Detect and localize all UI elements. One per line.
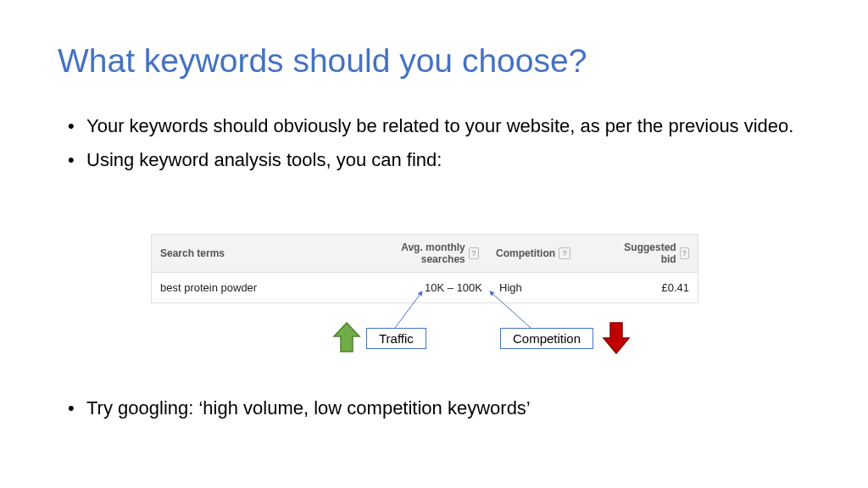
col-suggested-bid-label: Suggested bid <box>622 241 676 265</box>
svg-marker-3 <box>604 323 629 353</box>
help-icon: ? <box>680 247 689 259</box>
col-competition: Competition ? <box>487 235 614 272</box>
keyword-table: Search terms Avg. monthly searches ? Com… <box>151 234 698 303</box>
bullet-item: Try googling: ‘high volume, low competit… <box>68 396 531 420</box>
col-search-terms: Search terms <box>152 235 361 272</box>
col-suggested-bid: Suggested bid ? <box>614 235 698 272</box>
cell-bid: £0.41 <box>618 273 698 302</box>
callout-traffic: Traffic <box>366 328 426 349</box>
cell-competition: High <box>491 273 618 302</box>
bullet-item: Using keyword analysis tools, you can fi… <box>68 148 797 172</box>
callout-competition: Competition <box>500 328 593 349</box>
cell-term: best protein powder <box>152 273 364 302</box>
col-competition-label: Competition <box>496 247 555 259</box>
col-avg-monthly-label: Avg. monthly searches <box>370 241 465 265</box>
bullet-list: Your keywords should obviously be relate… <box>68 114 797 181</box>
help-icon: ? <box>469 247 479 259</box>
down-arrow-icon <box>602 321 631 355</box>
table-header-row: Search terms Avg. monthly searches ? Com… <box>152 235 698 273</box>
col-avg-monthly: Avg. monthly searches ? <box>361 235 487 272</box>
bullet-item: Your keywords should obviously be relate… <box>68 114 797 138</box>
slide-title: What keywords should you choose? <box>58 42 587 80</box>
table-row: best protein powder 10K – 100K High £0.4… <box>152 273 698 302</box>
cell-searches: 10K – 100K <box>364 273 491 302</box>
help-icon: ? <box>559 247 570 259</box>
up-arrow-icon <box>332 321 361 355</box>
svg-marker-2 <box>334 323 359 352</box>
